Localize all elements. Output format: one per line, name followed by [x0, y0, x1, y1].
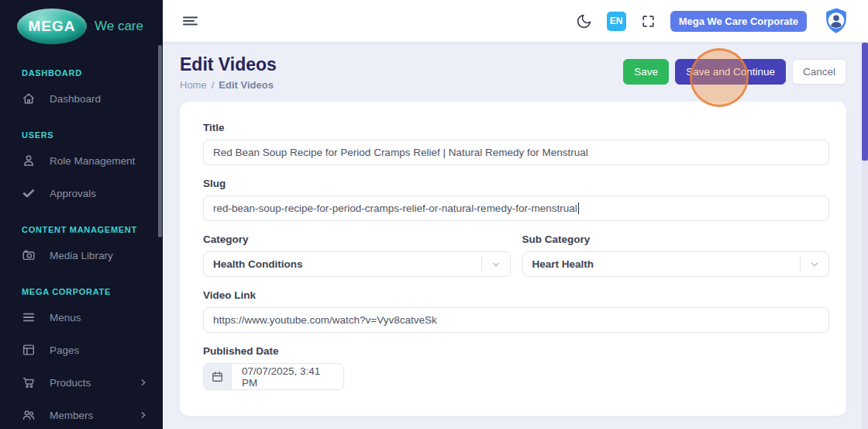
breadcrumb-current: Edit Videos	[219, 79, 274, 91]
sidebar-item-media-library[interactable]: Media Library	[0, 239, 163, 272]
edit-video-form-card: Title Slug red-bean-soup-recipe-for-peri…	[180, 102, 846, 416]
sidebar-scrollbar[interactable]	[158, 45, 162, 237]
slug-label: Slug	[203, 178, 829, 189]
sidebar-nav: DASHBOARD Dashboard USERS Role Managemen…	[0, 64, 163, 429]
published-date-value: 07/07/2025, 3:41 PM	[232, 364, 343, 389]
sub-category-label: Sub Category	[522, 234, 830, 245]
sidebar-section-content-management: CONTENT MANAGEMENT	[0, 220, 163, 239]
page-scrollbar[interactable]	[862, 42, 868, 429]
mega-logo-oval: MEGA	[17, 9, 87, 44]
chevron-down-icon	[809, 259, 820, 270]
published-date-picker[interactable]: 07/07/2025, 3:41 PM	[203, 363, 344, 390]
sidebar-item-label: Members	[50, 410, 93, 421]
sidebar-section-users: USERS	[0, 126, 163, 144]
video-link-label: Video Link	[203, 289, 829, 301]
calendar-icon-cell[interactable]	[204, 364, 232, 389]
published-date-label: Published Date	[203, 345, 829, 357]
slug-input[interactable]: red-bean-soup-recipe-for-period-cramps-r…	[203, 195, 829, 221]
sidebar-item-dashboard[interactable]: Dashboard	[0, 82, 163, 115]
sidebar-item-role-management[interactable]: Role Management	[0, 144, 163, 177]
slug-value: red-bean-soup-recipe-for-period-cramps-r…	[213, 202, 577, 214]
sidebar-item-label: Dashboard	[50, 93, 101, 105]
check-icon	[22, 186, 36, 200]
topbar: EN Mega We Care Corporate	[163, 0, 868, 42]
cart-icon	[22, 375, 36, 389]
sidebar-section-mega-corporate: MEGA CORPORATE	[0, 282, 163, 301]
sidebar-item-approvals[interactable]: Approvals	[0, 177, 163, 209]
save-button[interactable]: Save	[623, 59, 669, 85]
sidebar-item-label: Media Library	[50, 250, 113, 261]
sidebar-section-dashboard: DASHBOARD	[0, 64, 163, 82]
layout-icon	[22, 343, 36, 357]
sidebar-item-pages[interactable]: Pages	[0, 334, 163, 366]
breadcrumb-home[interactable]: Home	[180, 79, 207, 91]
chevron-right-icon	[138, 410, 149, 420]
sidebar-item-label: Products	[50, 377, 91, 389]
brand-tagline: We care	[95, 19, 143, 34]
breadcrumb: Home/Edit Videos	[180, 79, 277, 91]
sidebar-item-label: Pages	[50, 344, 79, 356]
theme-toggle-button[interactable]	[576, 13, 592, 29]
page-title: Edit Videos	[180, 53, 277, 76]
video-link-input[interactable]	[203, 307, 829, 333]
hamburger-icon	[181, 12, 198, 29]
sidebar-item-label: Role Management	[50, 155, 135, 167]
app-window: MEGA We care DASHBOARD Dashboard USERS R…	[0, 0, 868, 429]
user-shield-icon	[822, 6, 851, 36]
avatar-button[interactable]	[822, 6, 851, 36]
main-area: EN Mega We Care Corporate Edit Videos Ho…	[163, 0, 868, 429]
sidebar-item-label: Menus	[50, 312, 81, 323]
calendar-icon	[211, 370, 224, 383]
save-and-continue-button[interactable]: Save and Continue	[675, 59, 786, 85]
page-content: Edit Videos Home/Edit Videos Save Save a…	[163, 42, 868, 429]
menu-lines-icon	[22, 310, 36, 324]
chevron-right-icon	[138, 377, 149, 388]
sub-category-value: Heart Health	[523, 258, 801, 270]
home-icon	[22, 92, 36, 106]
title-label: Title	[203, 122, 829, 133]
language-badge[interactable]: EN	[607, 12, 626, 31]
fullscreen-icon	[641, 14, 656, 29]
category-value: Health Conditions	[204, 258, 481, 270]
category-select[interactable]: Health Conditions	[203, 251, 511, 277]
cancel-button[interactable]: Cancel	[792, 59, 846, 85]
sidebar-item-products[interactable]: Products	[0, 366, 163, 399]
fullscreen-button[interactable]	[641, 14, 656, 29]
breadcrumb-separator: /	[212, 79, 215, 91]
people-icon	[22, 408, 36, 422]
account-badge[interactable]: Mega We Care Corporate	[670, 11, 807, 32]
title-input[interactable]	[203, 140, 829, 165]
text-cursor	[578, 202, 579, 214]
camera-icon	[22, 248, 36, 262]
moon-icon	[576, 13, 592, 29]
user-icon	[22, 154, 36, 168]
sidebar: MEGA We care DASHBOARD Dashboard USERS R…	[0, 0, 163, 429]
chevron-down-icon	[491, 259, 501, 270]
page-scrollbar-thumb[interactable]	[862, 43, 868, 161]
brand-logo[interactable]: MEGA We care	[0, 0, 163, 53]
sidebar-toggle-button[interactable]	[181, 12, 198, 29]
sub-category-select[interactable]: Heart Health	[522, 251, 830, 277]
category-label: Category	[203, 234, 511, 245]
sidebar-item-members[interactable]: Members	[0, 399, 163, 429]
sidebar-item-menus[interactable]: Menus	[0, 301, 163, 334]
sidebar-item-label: Approvals	[50, 188, 96, 199]
